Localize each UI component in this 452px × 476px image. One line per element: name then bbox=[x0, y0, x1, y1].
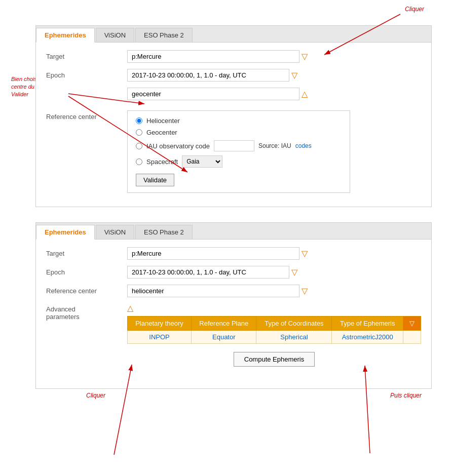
panel-2: Ephemerides ViSiON ESO Phase 2 Target ▽ … bbox=[35, 222, 432, 389]
cell-type-coordinates[interactable]: Spherical bbox=[256, 331, 332, 344]
col-reference-plane[interactable]: Reference Plane bbox=[192, 316, 256, 331]
target-row-2: Target ▽ bbox=[46, 247, 421, 260]
ref-center-input-2[interactable] bbox=[127, 285, 299, 297]
tab-eso-phase-2[interactable]: ESO Phase 2 bbox=[135, 225, 193, 239]
ref-center-label-2: Reference center bbox=[46, 285, 127, 295]
table-row: INPOP Equator Spherical AstrometricJ2000 bbox=[128, 331, 421, 344]
epoch-control-1: ▽ bbox=[127, 69, 421, 82]
cell-extra bbox=[403, 331, 421, 344]
epoch-dropdown-arrow-1[interactable]: ▽ bbox=[291, 70, 297, 80]
adv-params-control: △ Planetary theory Reference Plane Type … bbox=[127, 303, 421, 375]
epoch-label-1: Epoch bbox=[46, 69, 127, 79]
ref-center-label-1: Reference center bbox=[46, 110, 127, 121]
tab-ephemerides-1[interactable]: Ephemerides bbox=[36, 28, 95, 43]
adv-params-label: Advanced parameters bbox=[46, 303, 127, 321]
radio-geocenter-input[interactable] bbox=[136, 129, 142, 136]
geocenter-row: △ bbox=[46, 88, 421, 104]
target-dropdown-arrow-2[interactable]: ▽ bbox=[302, 249, 308, 258]
form-body-1: Target ▽ Epoch ▽ bbox=[36, 43, 431, 207]
target-dropdown-arrow-1[interactable]: ▽ bbox=[302, 52, 308, 61]
target-control-2: ▽ bbox=[127, 247, 421, 260]
iau-codes-link[interactable]: codes bbox=[295, 142, 312, 149]
tabs-panel-2: Ephemerides ViSiON ESO Phase 2 bbox=[36, 223, 431, 240]
radio-geocenter: Geocenter bbox=[136, 129, 342, 136]
tab-vision-2[interactable]: ViSiON bbox=[96, 225, 134, 239]
tab-vision-1[interactable]: ViSiON bbox=[96, 28, 134, 42]
radio-spacecraft: Spacecraft Gaia bbox=[136, 155, 342, 168]
radio-geocenter-label: Geocenter bbox=[146, 129, 177, 136]
spacecraft-select[interactable]: Gaia bbox=[182, 155, 222, 168]
bottom-right-annotation: Puis cliquer bbox=[390, 391, 422, 399]
radio-heliocenter-label: Heliocenter bbox=[146, 117, 180, 125]
validate-button-1[interactable]: Validate bbox=[136, 174, 174, 186]
bottom-left-annotation: Cliquer bbox=[86, 391, 105, 399]
geocenter-label-spacer bbox=[46, 88, 127, 90]
ref-center-row-2: Reference center ▽ bbox=[46, 285, 421, 297]
target-input-2[interactable] bbox=[127, 247, 299, 260]
cell-planetary-theory[interactable]: INPOP bbox=[128, 331, 192, 344]
top-right-annotation: Cliquer bbox=[405, 5, 424, 13]
radio-iau-input[interactable] bbox=[136, 143, 142, 149]
cell-type-ephemeris[interactable]: AstrometricJ2000 bbox=[332, 331, 403, 344]
tabs-panel-1: Ephemerides ViSiON ESO Phase 2 bbox=[36, 26, 431, 43]
cell-reference-plane[interactable]: Equator bbox=[192, 331, 256, 344]
radio-heliocenter: Heliocenter bbox=[136, 117, 342, 125]
target-control-1: ▽ bbox=[127, 50, 421, 63]
col-type-coordinates[interactable]: Type of Coordinates bbox=[256, 316, 332, 331]
radio-spacecraft-label: Spacecraft bbox=[146, 158, 178, 166]
params-table: Planetary theory Reference Plane Type of… bbox=[127, 316, 421, 344]
radio-iau-label: IAU observatory code bbox=[146, 142, 210, 150]
tab-ephemerides-2[interactable]: Ephemerides bbox=[36, 225, 95, 240]
col-dropdown-extra[interactable]: ▽ bbox=[403, 316, 421, 331]
epoch-label-2: Epoch bbox=[46, 266, 127, 276]
form-body-2: Target ▽ Epoch ▽ Reference center bbox=[36, 240, 431, 388]
epoch-input-1[interactable] bbox=[127, 69, 289, 82]
epoch-control-2: ▽ bbox=[127, 266, 421, 279]
geocenter-input[interactable] bbox=[127, 88, 299, 100]
ref-center-control-1: Heliocenter Geocenter IAU observatory co… bbox=[127, 110, 421, 193]
col-planetary-theory[interactable]: Planetary theory bbox=[128, 316, 192, 331]
col-type-ephemeris[interactable]: Type of Ephemeris bbox=[332, 316, 403, 331]
radio-spacecraft-input[interactable] bbox=[136, 158, 142, 165]
epoch-row-2: Epoch ▽ bbox=[46, 266, 421, 279]
target-label-1: Target bbox=[46, 50, 127, 60]
ref-center-control-2: ▽ bbox=[127, 285, 421, 297]
radio-heliocenter-input[interactable] bbox=[136, 117, 142, 124]
geocenter-up-arrow[interactable]: △ bbox=[302, 89, 308, 99]
ref-center-row-1: Reference center Heliocenter Geocenter bbox=[46, 110, 421, 193]
adv-params-row: Advanced parameters △ Planetary theory R… bbox=[46, 303, 421, 375]
radio-iau: IAU observatory code Source: IAU codes bbox=[136, 140, 342, 151]
adv-params-toggle-arrow[interactable]: △ bbox=[127, 304, 133, 312]
epoch-input-2[interactable] bbox=[127, 266, 289, 279]
ref-center-box-1: Heliocenter Geocenter IAU observatory co… bbox=[127, 110, 350, 193]
geocenter-control: △ bbox=[127, 88, 421, 104]
ref-center-dropdown-arrow-2[interactable]: ▽ bbox=[302, 286, 308, 296]
epoch-row-1: Epoch ▽ bbox=[46, 69, 421, 82]
target-input-1[interactable] bbox=[127, 50, 299, 63]
source-text: Source: IAU bbox=[258, 142, 291, 149]
compute-button[interactable]: Compute Ephemeris bbox=[234, 352, 315, 367]
iau-code-input[interactable] bbox=[214, 140, 254, 151]
panel-1: Ephemerides ViSiON ESO Phase 2 Target ▽ … bbox=[35, 25, 432, 207]
target-label-2: Target bbox=[46, 247, 127, 257]
tab-eso-phase-1[interactable]: ESO Phase 2 bbox=[135, 28, 193, 42]
target-row-1: Target ▽ bbox=[46, 50, 421, 63]
epoch-dropdown-arrow-2[interactable]: ▽ bbox=[291, 267, 297, 277]
